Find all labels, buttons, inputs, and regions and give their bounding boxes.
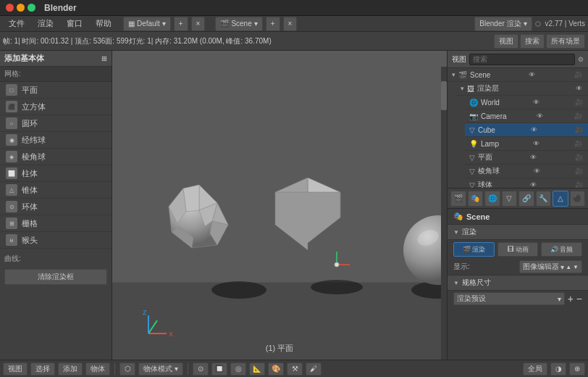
mesh-cube[interactable]: ⬛ 立方体 [0,99,112,115]
pivot-btn[interactable]: ⊙ [193,362,209,376]
viewport-scrollbar-thumb[interactable] [441,81,447,110]
search-panel-btn[interactable]: 搜索 [520,34,545,49]
sphere-render-btn[interactable]: 🎥 [574,180,584,188]
viewport[interactable]: X Z (1) 平面 [112,51,447,360]
viewport-scrollbar[interactable] [441,67,447,360]
texture-paint-btn[interactable]: 🖌 [306,362,322,376]
maximize-window-btn[interactable] [28,4,35,12]
size-section-header[interactable]: ▼ 规格尺寸 [448,275,588,291]
scene-selector[interactable]: 🎬 Scene ▾ [215,17,262,31]
lamp-render-btn[interactable]: 🎥 [574,138,584,149]
vertex-paint-btn[interactable]: 🎨 [268,362,284,376]
render-preset-add[interactable]: + [568,293,574,304]
mesh-cube-icon: ⬛ [6,101,17,112]
renderer-selector[interactable]: Blender 渲染 ▾ [474,17,532,31]
scene-render-btn[interactable]: 🎥 [574,70,584,80]
global-btn[interactable]: 全局 [523,362,547,376]
view-panel-btn[interactable]: 视图 [494,34,518,49]
menu-file[interactable]: 文件 [3,17,30,30]
display-value-selector[interactable]: 图像编辑器 ▾ ▲ ▼ [519,260,582,273]
plane-eye-btn[interactable]: 👁 [528,152,538,162]
mesh-plane[interactable]: □ 平面 [0,82,112,99]
outliner-icosphere[interactable]: ▽ 棱角球 👁 🎥 [465,165,588,178]
viewport-shade-btn[interactable]: ◑ [550,362,566,376]
window-controls [6,4,35,12]
outliner-scene-root[interactable]: ▾ 🎬 Scene 👁 🎥 [448,68,588,82]
scene-visibility-btn[interactable]: 👁 [527,70,537,80]
status-sep1 [114,363,115,375]
add-screen-btn[interactable]: + [174,17,188,31]
render-tab-anim[interactable]: 🎞 动画 [497,242,539,257]
outliner-sphere[interactable]: ▽ 球体 👁 🎥 [465,178,588,188]
all-scenes-btn[interactable]: 所有场景 [546,34,585,49]
object-menu-btn[interactable]: 物体 [85,362,110,376]
close-window-btn[interactable] [6,4,14,12]
render-preset-remove[interactable]: − [576,293,582,304]
mesh-circle[interactable]: ○ 圆环 [0,115,112,132]
display-value-down[interactable]: ▼ [573,264,579,270]
camera-render-btn[interactable]: 🎥 [574,111,584,121]
object-props-btn[interactable]: ▽ [502,191,518,207]
mesh-torus[interactable]: ⊙ 环体 [0,199,112,215]
mesh-monkey[interactable]: ⊎ 猴头 [0,232,112,249]
outliner-search-input[interactable] [469,54,575,65]
outliner-render-layer[interactable]: ▾ 🖼 渲染层 👁 [456,82,588,96]
data-props-btn[interactable]: △ [553,191,568,207]
layout-selector[interactable]: ▦ Default ▾ [123,17,171,31]
add-scene-btn[interactable]: + [266,17,280,31]
display-value-arrow: ▾ [560,263,564,271]
snap-btn[interactable]: 🔲 [211,362,227,376]
constraint-props-btn[interactable]: 🔗 [518,191,534,207]
outliner-cube[interactable]: ▽ Cube 👁 🎥 [465,123,588,137]
view-menu-btn[interactable]: 视图 [3,362,28,376]
proportional-btn[interactable]: ◎ [230,362,246,376]
world-render-btn[interactable]: 🎥 [574,97,584,107]
plane-render-btn[interactable]: 🎥 [574,152,584,162]
render-props-btn[interactable]: 🎬 [450,191,466,207]
render-tab-audio[interactable]: 🔊 音频 [541,242,582,257]
cube-eye-btn[interactable]: 👁 [529,125,539,135]
close-screen-btn[interactable]: × [191,17,206,31]
render-layer-btn[interactable]: ⊕ [569,362,585,376]
mesh-cylinder[interactable]: ⬜ 柱体 [0,165,112,182]
mesh-grid[interactable]: ⊞ 栅格 [0,215,112,232]
close-scene-btn[interactable]: × [283,17,298,31]
sculpt-btn[interactable]: 📐 [249,362,265,376]
scene-props-btn[interactable]: 🎭 [468,191,484,207]
icosphere-render-btn[interactable]: 🎥 [574,166,584,176]
select-menu-btn[interactable]: 选择 [30,362,55,376]
clear-render-frame-btn[interactable]: 清除渲染框 [4,269,107,285]
world-props-btn[interactable]: 🌐 [484,191,500,207]
menu-window[interactable]: 窗口 [61,17,88,30]
mode-selector[interactable]: 物体模式 ▾ [138,362,183,376]
display-value-up[interactable]: ▲ [566,264,571,270]
material-props-btn[interactable]: ⚫ [570,191,586,207]
outliner-lamp[interactable]: 💡 Lamp 👁 🎥 [465,137,588,151]
render-preset-selector[interactable]: 渲染预设 ▾ [453,292,565,305]
cube-render-btn[interactable]: 🎥 [574,125,584,135]
mesh-uvsphere[interactable]: ◉ 经纬球 [0,132,112,149]
outliner-camera[interactable]: 📷 Camera 👁 🎥 [465,109,588,123]
lamp-eye-btn[interactable]: 👁 [532,138,542,149]
version-label: v2.77 | Verts [545,20,585,28]
render-section-header[interactable]: ▼ 渲染 [448,224,588,240]
world-eye-btn[interactable]: 👁 [532,97,542,107]
svg-text:X: X [169,331,173,338]
sphere-eye-btn[interactable]: 👁 [528,180,538,188]
menu-render[interactable]: 渲染 [32,17,59,30]
icosphere-eye-btn[interactable]: 👁 [532,166,542,176]
icosphere-object [169,185,228,248]
minimize-window-btn[interactable] [17,4,25,12]
camera-eye-btn[interactable]: 👁 [535,111,545,121]
menu-help[interactable]: 帮助 [90,17,117,30]
modifier-props-btn[interactable]: 🔧 [536,191,552,207]
mesh-cone[interactable]: △ 锥体 [0,182,112,199]
outliner-settings-icon[interactable]: ⚙ [578,56,584,63]
outliner-world[interactable]: 🌐 World 👁 🎥 [465,96,588,109]
add-menu-btn[interactable]: 添加 [58,362,83,376]
renderlayer-eye-btn[interactable]: 👁 [574,83,584,94]
mesh-icosphere[interactable]: ◈ 棱角球 [0,149,112,165]
weight-paint-btn[interactable]: ⚒ [287,362,303,376]
outliner-plane[interactable]: ▽ 平面 👁 🎥 [465,151,588,165]
render-tab-render[interactable]: 🎬 渲染 [453,242,495,257]
